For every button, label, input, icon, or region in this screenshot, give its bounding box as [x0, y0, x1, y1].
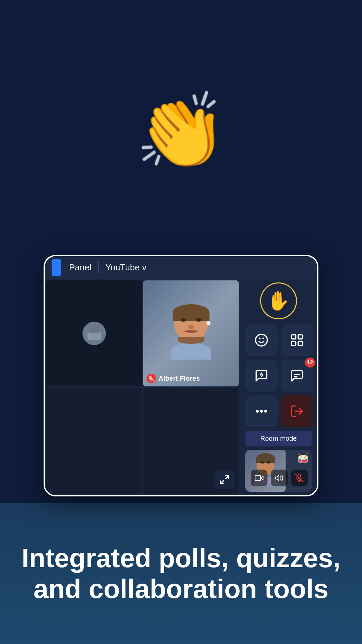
chat-icon: [290, 369, 304, 383]
grid-button[interactable]: [281, 324, 313, 356]
svg-point-15: [256, 410, 258, 412]
speaker-icon: [275, 474, 284, 482]
tablet-main: Albert Flores: [45, 279, 317, 495]
svg-rect-20: [255, 475, 260, 480]
question-icon: [254, 369, 268, 383]
preview-controls: [251, 470, 308, 486]
tablet-inner: Panel YouTube v: [45, 256, 317, 495]
mute-icon: [146, 374, 156, 383]
expand-button[interactable]: [215, 470, 234, 489]
preview-audio-button[interactable]: [271, 470, 288, 486]
person-label: Albert Flores: [146, 374, 200, 383]
clap-emoji: 👏: [135, 94, 227, 168]
leave-button[interactable]: [281, 395, 313, 427]
video-cell-albert: Albert Flores: [143, 280, 239, 386]
person-photo: [143, 280, 239, 386]
video-grid: Albert Flores: [45, 279, 240, 495]
video-cell-top-left: [46, 280, 142, 386]
action-buttons-grid: 12: [245, 324, 312, 427]
room-mode-label: Room mode: [260, 435, 297, 442]
video-icon: [255, 474, 263, 482]
chat-badge: 12: [305, 358, 315, 368]
tablet-frame: Panel YouTube v: [44, 255, 318, 496]
person-name: Albert Flores: [159, 375, 200, 382]
more-icon: [254, 404, 268, 418]
emoji-button[interactable]: [245, 324, 278, 356]
video-cell-bottom-left: [46, 388, 142, 494]
raise-hand-button[interactable]: ✋: [260, 282, 297, 319]
more-button[interactable]: [245, 395, 278, 427]
right-panel: ✋: [240, 279, 317, 495]
video-cell-bottom-right: [143, 388, 239, 494]
svg-rect-8: [292, 335, 296, 339]
chat-button[interactable]: 12: [281, 360, 313, 392]
svg-point-5: [256, 334, 267, 346]
header-youtube-label: YouTube v: [106, 262, 146, 273]
smiley-icon: [254, 333, 268, 347]
svg-point-17: [265, 410, 266, 412]
avatar-circle: [82, 322, 106, 345]
leave-icon: [290, 404, 304, 418]
svg-rect-10: [292, 341, 296, 345]
room-mode-pill: Room mode: [245, 431, 312, 446]
svg-marker-21: [276, 475, 279, 480]
qa-button[interactable]: [245, 360, 278, 392]
preview-mute-button[interactable]: [291, 470, 308, 486]
avatar-container: [46, 280, 142, 386]
device-wrapper: Panel YouTube v: [0, 248, 362, 503]
tablet-header: Panel YouTube v: [45, 256, 317, 279]
raise-hand-emoji: ✋: [267, 290, 290, 312]
avatar-icon: [86, 325, 103, 342]
svg-rect-1: [89, 327, 99, 333]
main-title: Integrated polls, quizzes, and collabora…: [20, 543, 342, 604]
drum-emoji: 🥁: [297, 452, 309, 464]
top-section: 👏: [0, 0, 362, 248]
bottom-section: Integrated polls, quizzes, and collabora…: [0, 503, 362, 644]
expand-icon: [219, 474, 230, 485]
svg-marker-19: [260, 476, 263, 480]
bottom-preview: 🥁: [245, 450, 312, 492]
svg-point-16: [260, 410, 262, 412]
grid-icon: [290, 333, 304, 347]
header-blue-tab: [52, 259, 61, 276]
header-panel-label: Panel: [69, 262, 92, 273]
svg-rect-9: [298, 335, 302, 339]
mic-off-icon: [148, 376, 154, 381]
svg-rect-11: [298, 341, 302, 345]
mic-slash-icon: [295, 474, 304, 482]
preview-video-button[interactable]: [251, 470, 267, 486]
header-divider: [98, 262, 99, 273]
